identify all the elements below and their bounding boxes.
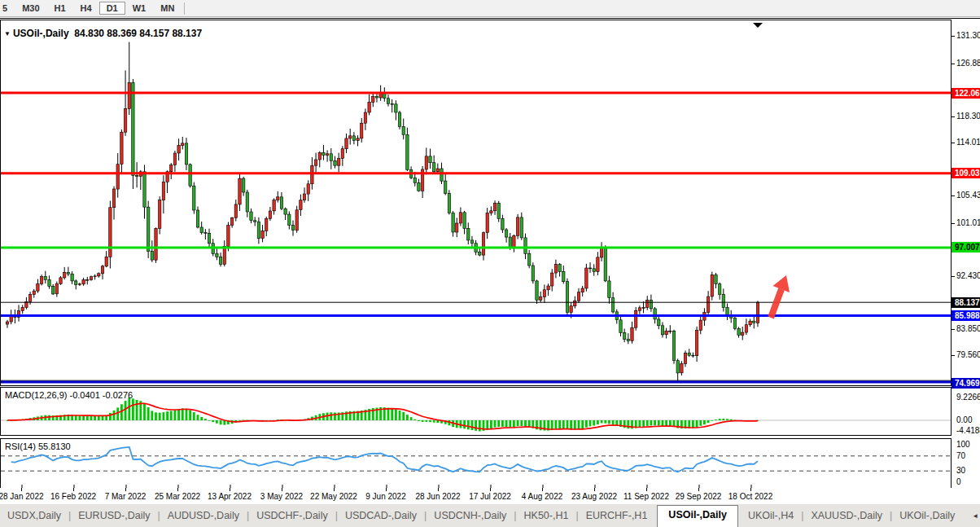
toolbar-separator — [184, 2, 185, 15]
macd-signal-line — [7, 403, 758, 429]
price-tick-mark — [952, 36, 955, 37]
rsi-axis-label: 30 — [956, 466, 965, 476]
rsi-pane-canvas[interactable] — [1, 439, 951, 488]
price-tick-mark — [952, 276, 955, 277]
date-tick-mark — [438, 488, 439, 491]
chart-title: ▼USOil-,Daily 84.830 88.369 84.157 88.13… — [4, 28, 202, 39]
date-tick-mark — [230, 488, 230, 491]
rsi-axis-label: 0 — [956, 477, 961, 487]
date-tick-label: 11 Sep 2022 — [623, 492, 669, 501]
date-tick-label: 17 Jul 2022 — [469, 492, 511, 501]
price-tick-label: 114.01 — [956, 138, 980, 147]
timeframe-button-5[interactable]: 5 — [0, 2, 15, 15]
price-tick-mark — [952, 116, 955, 117]
macd-pane-canvas[interactable] — [1, 388, 951, 435]
chart-tab-xauusddaily[interactable]: XAUUSD-,Daily — [803, 507, 890, 527]
date-tick-label: 22 May 2022 — [310, 492, 357, 501]
mt4-terminal: { "toolbar": { "timeframes": ["5", "M30"… — [0, 0, 980, 527]
chart-tab-eurusddaily[interactable]: EURUSD-,Daily — [71, 507, 157, 527]
price-tick-label: 101.01 — [956, 218, 980, 228]
date-tick-mark — [386, 488, 387, 491]
price-tick-label: 83.850 — [956, 324, 980, 334]
date-tick-label: 16 Feb 2022 — [50, 492, 96, 501]
timeframe-toolbar: 5M30H1H4D1W1MN — [0, 0, 980, 17]
timeframe-button-m30[interactable]: M30 — [15, 2, 46, 15]
date-tick-mark — [334, 488, 335, 491]
chart-collapse-icon[interactable]: ▼ — [4, 30, 11, 37]
price-tick-label: 92.430 — [956, 271, 980, 281]
date-tick-mark — [73, 488, 74, 491]
date-tick-label: 29 Sep 2022 — [676, 492, 722, 501]
date-tick-label: 23 Aug 2022 — [571, 492, 617, 501]
macd-histogram — [7, 397, 759, 432]
date-tick-mark — [125, 488, 126, 491]
date-tick-mark — [542, 488, 543, 491]
date-tick-label: 4 Aug 2022 — [522, 492, 563, 501]
macd-axis-label: 0.00 — [956, 415, 972, 425]
price-axis[interactable]: 131.30126.88118.30114.01105.43101.0192.4… — [952, 19, 980, 504]
price-tick-mark — [952, 64, 955, 64]
chart-tab-usdcaddaily[interactable]: USDCAD-,Daily — [338, 507, 424, 527]
date-tick-mark — [282, 488, 282, 491]
date-tick-label: 13 Apr 2022 — [208, 492, 252, 501]
date-tick-mark — [490, 488, 491, 491]
chart-tab-usdxdaily[interactable]: USDX,Daily — [0, 507, 68, 527]
chart-window: ▼USOil-,Daily 84.830 88.369 84.157 88.13… — [0, 18, 980, 503]
timeframe-button-h1[interactable]: H1 — [47, 2, 73, 15]
chart-tab-audusddaily[interactable]: AUDUSD-,Daily — [160, 507, 247, 527]
price-tick-label: 105.43 — [956, 191, 980, 200]
price-level-label: 109.03 — [952, 168, 980, 178]
chart-tab-usdchfdaily[interactable]: USDCHF-,Daily — [249, 507, 335, 527]
price-tick-label: 126.88 — [956, 59, 980, 68]
price-level-label: 97.007 — [952, 242, 980, 253]
date-axis[interactable]: 28 Jan 202216 Feb 20227 Mar 202225 Mar 2… — [0, 488, 952, 504]
rsi-axis-label: 100 — [956, 440, 970, 450]
date-tick-mark — [21, 488, 22, 491]
price-tick-label: 79.560 — [956, 350, 980, 360]
price-level-label: 88.137 — [952, 297, 980, 308]
chart-tab-ukoilh4[interactable]: UKOil-,H4 — [741, 507, 801, 527]
rsi-axis-label: 70 — [956, 451, 965, 461]
date-tick-mark — [698, 488, 699, 491]
price-tick-mark — [952, 329, 955, 330]
current-bar-marker-icon — [753, 23, 763, 28]
date-tick-label: 7 Mar 2022 — [105, 492, 147, 501]
chart-tab-hk50h1[interactable]: HK50-,H1 — [517, 507, 576, 527]
date-tick-label: 28 Jun 2022 — [415, 492, 460, 501]
timeframe-button-w1[interactable]: W1 — [125, 2, 154, 15]
price-level-label: 122.06 — [952, 88, 980, 99]
date-tick-label: 9 Jun 2022 — [365, 492, 406, 501]
chart-tab-eurchfh1[interactable]: EURCHF-,H1 — [579, 507, 655, 527]
chart-tab-bar: USDX,Daily|EURUSD-,Daily|AUDUSD-,Daily|U… — [0, 503, 980, 527]
timeframe-button-mn[interactable]: MN — [153, 2, 182, 15]
rsi-line — [11, 447, 758, 472]
chart-tab-usoildaily[interactable]: USOil-,Daily — [657, 505, 738, 527]
rsi-pane — [0, 438, 952, 489]
trend-arrow-icon[interactable] — [771, 275, 790, 318]
date-tick-label: 25 Mar 2022 — [155, 492, 200, 501]
macd-axis-label: -4.4188 — [956, 426, 980, 436]
chart-tab-usdcnhdaily[interactable]: USDCNH-,Daily — [427, 507, 514, 527]
price-level-label: 85.988 — [952, 310, 980, 321]
date-tick-label: 28 Jan 2022 — [0, 492, 44, 501]
chart-tab-ukoildaily[interactable]: UKOil-,Daily — [892, 507, 962, 527]
rsi-indicator-label: RSI(14) 55.8130 — [5, 441, 71, 451]
timeframe-button-d1[interactable]: D1 — [99, 2, 125, 15]
tab-scroll-left-icon[interactable]: ◄ — [972, 512, 978, 520]
timeframe-button-h4[interactable]: H4 — [73, 2, 99, 15]
price-tick-mark — [952, 195, 955, 196]
chart-symbol-label: USOil-,Daily — [13, 28, 69, 39]
tab-scroll-controls: ◄► — [962, 512, 980, 527]
price-tick-mark — [952, 143, 955, 143]
macd-pane — [0, 387, 952, 436]
price-tick-mark — [952, 223, 955, 224]
chart-ohlc-values: 84.830 88.369 84.157 88.137 — [74, 28, 202, 39]
date-tick-mark — [646, 488, 647, 491]
date-tick-mark — [750, 488, 751, 491]
price-tick-mark — [952, 355, 955, 356]
date-tick-label: 3 May 2022 — [260, 492, 303, 501]
price-level-label: 74.969 — [952, 378, 980, 389]
price-pane-canvas[interactable] — [1, 20, 951, 385]
date-tick-label: 18 Oct 2022 — [728, 492, 772, 501]
price-pane — [0, 20, 952, 386]
